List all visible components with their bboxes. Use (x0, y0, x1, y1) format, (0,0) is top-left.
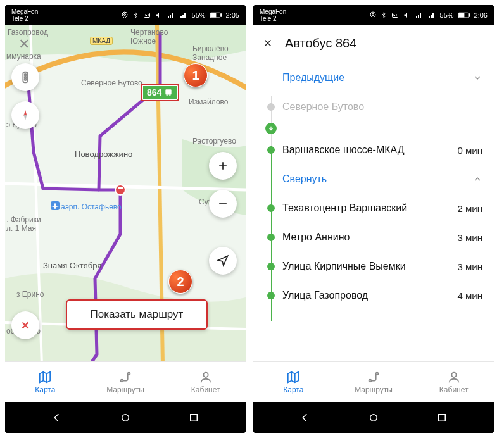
svg-rect-4 (210, 13, 215, 17)
location-icon (369, 11, 377, 19)
current-position-icon (265, 123, 277, 134)
stop-row[interactable]: Варшавское шоссе-МКАД 0 мин (253, 135, 494, 165)
routes-icon (367, 370, 381, 384)
mute-icon (155, 11, 163, 19)
stop-row[interactable]: Техавтоцентр Варшавский 2 мин (253, 194, 494, 223)
stop-name: Улица Кирпичные Выемки (282, 261, 406, 272)
svg-point-17 (170, 94, 171, 96)
recent-icon[interactable] (436, 412, 448, 423)
bus-number: 864 (147, 87, 161, 97)
signal-icon-2 (179, 11, 188, 19)
close-icon[interactable]: ✕ (10, 30, 38, 58)
previous-stops-toggle[interactable]: Предыдущие (253, 61, 494, 92)
stop-dot-icon (267, 292, 275, 299)
account-icon (199, 370, 213, 384)
map-icon (286, 370, 300, 384)
show-route-button[interactable]: Показать маршрут (66, 299, 208, 330)
stop-dot-icon (267, 103, 275, 111)
svg-point-6 (115, 185, 125, 195)
home-icon[interactable] (120, 412, 131, 423)
routes-icon (118, 370, 132, 384)
phone-right: MegaFonTele 2 55% 2:06 Автобус 864 Преды… (253, 5, 494, 433)
back-icon[interactable] (51, 412, 63, 423)
svg-rect-22 (191, 415, 198, 421)
tab-routes[interactable]: Маршруты (85, 362, 166, 402)
svg-point-18 (121, 380, 123, 382)
bluetooth-icon (132, 11, 139, 19)
bluetooth-icon (381, 11, 387, 19)
android-navbar (253, 402, 494, 433)
compass-button[interactable] (11, 101, 39, 129)
zoom-in-button[interactable] (209, 152, 237, 180)
tab-account[interactable]: Кабинет (165, 362, 246, 402)
bus-badge[interactable]: 864 (141, 84, 179, 101)
svg-point-29 (376, 373, 379, 375)
signal-icon-2 (427, 11, 436, 19)
stop-time: 0 мин (458, 145, 483, 156)
map-icon (38, 370, 52, 384)
battery-icon (210, 11, 222, 19)
svg-point-21 (122, 415, 129, 421)
stop-row[interactable]: Северное Бутово (253, 92, 494, 122)
nfc-icon (142, 11, 151, 19)
locate-button[interactable] (209, 247, 237, 275)
stop-time: 3 мин (458, 261, 483, 272)
recent-icon[interactable] (188, 412, 199, 423)
route-stops-list[interactable]: Предыдущие Северное Бутово Варшавское шо… (253, 61, 494, 362)
svg-point-28 (369, 380, 372, 382)
tab-account[interactable]: Кабинет (413, 362, 494, 402)
stop-name: Варшавское шоссе-МКАД (282, 144, 405, 156)
tab-routes[interactable]: Маршруты (334, 362, 414, 402)
signal-icon (167, 11, 175, 19)
stop-name: Северное Бутово (282, 101, 364, 113)
android-navbar (5, 402, 246, 433)
home-icon[interactable] (368, 412, 379, 423)
location-icon (121, 11, 129, 19)
callout-2: 2 (168, 270, 192, 294)
battery-pct: 55% (192, 11, 206, 19)
stop-name: Метро Аннино (282, 232, 350, 243)
stop-time: 3 мин (458, 232, 483, 243)
back-icon[interactable] (299, 412, 311, 423)
status-time: 2:06 (474, 11, 488, 19)
svg-point-19 (128, 373, 130, 375)
stop-time: 4 мин (458, 290, 483, 301)
svg-point-11 (25, 77, 27, 78)
svg-point-0 (123, 14, 125, 16)
statusbar: MegaFonTele 2 55% 2:06 (253, 5, 494, 25)
mute-icon (403, 11, 411, 19)
svg-rect-32 (439, 415, 446, 421)
collapse-toggle[interactable]: Свернуть (253, 165, 494, 194)
zoom-out-button[interactable] (209, 190, 237, 218)
bottom-tabs: Карта Маршруты Кабинет (5, 361, 246, 402)
traffic-button[interactable] (11, 63, 39, 91)
svg-point-10 (25, 74, 27, 76)
carrier-labels: MegaFonTele 2 (260, 8, 286, 22)
battery-icon (458, 11, 470, 19)
stop-row[interactable]: Метро Аннино 3 мин (253, 223, 494, 252)
stop-dot-icon (267, 204, 275, 212)
account-icon (447, 370, 461, 384)
svg-point-30 (451, 373, 456, 377)
stop-name: Улица Газопровод (282, 290, 368, 301)
tab-map[interactable]: Карта (253, 362, 334, 402)
status-time: 2:05 (226, 11, 239, 19)
svg-point-16 (167, 94, 168, 96)
carrier-labels: MegaFonTele 2 (11, 8, 38, 22)
close-route-button[interactable] (11, 311, 39, 339)
bottom-tabs: Карта Маршруты Кабинет (253, 361, 494, 402)
stop-row[interactable]: Улица Газопровод 4 мин (253, 281, 494, 310)
close-icon[interactable] (262, 37, 274, 49)
svg-rect-3 (220, 14, 222, 17)
nfc-icon (391, 11, 400, 19)
map-canvas[interactable]: Газопровод ммунарка МКАД Чертаново Южное… (5, 25, 246, 402)
stop-time: 2 мин (458, 203, 483, 214)
phone-left: MegaFonTele 2 55% 2:05 (5, 5, 246, 433)
callout-1: 1 (184, 63, 208, 87)
svg-rect-15 (166, 89, 172, 94)
stop-dot-icon (267, 234, 275, 241)
stop-row[interactable]: Улица Кирпичные Выемки 3 мин (253, 252, 494, 281)
stop-name: Техавтоцентр Варшавский (282, 203, 407, 214)
tab-map[interactable]: Карта (5, 362, 85, 402)
svg-rect-27 (458, 13, 463, 17)
